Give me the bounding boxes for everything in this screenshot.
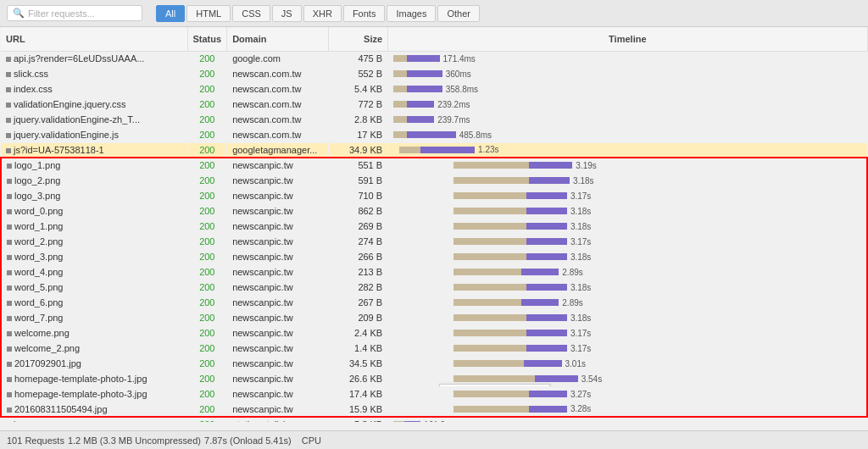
table-row[interactable]: slick.css200newscan.com.tw552 B360ms (1, 66, 867, 81)
status-cell: 200 (187, 112, 227, 127)
wait-bar (453, 299, 521, 306)
url-cell: word_6.png (1, 295, 187, 310)
url-cell: word_3.png (1, 249, 187, 264)
timeline-cell: 358.8ms (388, 81, 867, 97)
url-column-header: URL (1, 27, 187, 51)
table-row[interactable]: js200static.getclicky.com5.8 KB161.2ms (1, 417, 867, 422)
search-placeholder: Filter requests... (28, 8, 95, 19)
tab-xhr[interactable]: XHR (303, 5, 342, 22)
table-row[interactable]: word_1.png200newscanpic.tw269 B3.18s (1, 219, 867, 234)
url-cell: jquery.validationEngine-zh_T... (1, 112, 187, 127)
table-row[interactable]: jquery.validationEngine.js200newscan.com… (1, 127, 867, 142)
size-cell: 274 B (329, 234, 388, 249)
table-row[interactable]: js?id=UA-57538118-1200googletagmanager..… (1, 142, 867, 158)
load-time: 7.87s (Onload 5.41s) (204, 435, 292, 446)
domain-cell: newscanpic.tw (227, 203, 329, 219)
table-row[interactable]: homepage-template-photo-3.jpg200newscanp… (1, 386, 867, 402)
domain-cell: newscanpic.tw (227, 158, 329, 173)
table-row[interactable]: welcome.png200newscanpic.tw2.4 KB3.17s (1, 325, 867, 341)
timeline-cell: 360ms (388, 66, 867, 81)
url-cell: js (1, 417, 187, 422)
table-row[interactable]: word_2.png200newscanpic.tw274 B3.17s (1, 234, 867, 249)
wait-bar (453, 360, 524, 367)
receive-bar (420, 147, 475, 153)
size-cell: 269 B (329, 219, 388, 234)
time-label: 3.01s (565, 359, 586, 369)
receive-bar (526, 253, 567, 260)
table-row[interactable]: validationEngine.jquery.css200newscan.co… (1, 97, 867, 112)
timeline-cell: 171.4ms (388, 51, 867, 66)
table-row[interactable]: jquery.validationEngine-zh_T...200newsca… (1, 112, 867, 127)
tab-css[interactable]: CSS (232, 5, 270, 22)
receive-bar (404, 421, 420, 422)
tab-all[interactable]: All (156, 5, 185, 22)
tab-js[interactable]: JS (272, 5, 302, 22)
table-row[interactable]: word_7.png200newscanpic.tw209 B3.18s (1, 310, 867, 325)
table-row[interactable]: word_6.png200newscanpic.tw267 B2.89s (1, 295, 867, 310)
size-cell: 2.4 KB (329, 325, 388, 341)
table-row[interactable]: word_0.png200newscanpic.tw862 B3.18s (1, 203, 867, 219)
url-cell: homepage-template-photo-1.jpg (1, 371, 187, 386)
wait-bar (453, 345, 526, 352)
wait-bar (453, 284, 526, 291)
size-cell: 5.8 KB (329, 417, 388, 422)
url-cell: homepage-template-photo-3.jpg (1, 386, 187, 402)
filter-tabs: AllHTMLCSSJSXHRFontsImagesOther (156, 5, 480, 22)
wait-bar (453, 192, 526, 199)
tab-html[interactable]: HTML (186, 5, 231, 22)
time-label: 3.17s (570, 344, 591, 353)
receive-bar (526, 238, 567, 245)
wait-bar (393, 101, 407, 108)
status-cell: 200 (187, 127, 227, 142)
domain-cell: newscan.com.tw (227, 81, 329, 97)
time-label: 3.18s (570, 283, 591, 292)
table-row[interactable]: word_3.png200newscanpic.tw266 B3.18s (1, 249, 867, 264)
status-cell: 200 (187, 51, 227, 66)
url-cell: logo_3.png (1, 188, 187, 203)
tab-fonts[interactable]: Fonts (343, 5, 386, 22)
domain-cell: static.getclicky.com (227, 417, 329, 422)
domain-cell: newscanpic.tw (227, 386, 329, 402)
size-cell: 282 B (329, 280, 388, 295)
table-row[interactable]: api.js?render=6LeUDssUAAA...200google.co… (1, 51, 867, 66)
time-label: 360ms (446, 69, 471, 79)
size-cell: 1.4 KB (329, 341, 388, 356)
table-row[interactable]: welcome_2.png200newscanpic.tw1.4 KB3.17s (1, 341, 867, 356)
request-count: 101 Requests (7, 435, 64, 446)
status-column-header: Status (187, 27, 227, 51)
transfer-size: 1.2 MB (3.3 MB Uncompressed) (68, 435, 201, 446)
wait-bar (453, 177, 530, 184)
time-label: 3.27s (570, 390, 591, 399)
wait-bar (393, 70, 407, 77)
size-cell: 34.5 KB (329, 356, 388, 371)
table-row[interactable]: homepage-template-photo-1.jpg200newscanp… (1, 371, 867, 386)
table-row[interactable]: logo_2.png200newscanpic.tw591 B3.18s (1, 173, 867, 188)
size-cell: 591 B (329, 173, 388, 188)
tab-images[interactable]: Images (387, 5, 436, 22)
table-row[interactable]: logo_3.png200newscanpic.tw710 B3.17s (1, 188, 867, 203)
domain-cell: newscanpic.tw (227, 173, 329, 188)
url-cell: word_5.png (1, 280, 187, 295)
size-cell: 5.4 KB (329, 81, 388, 97)
table-row[interactable]: word_5.png200newscanpic.tw282 B3.18s (1, 280, 867, 295)
table-row[interactable]: logo_1.png200newscanpic.tw551 B3.19s (1, 158, 867, 173)
timeline-cell: 485.8ms (388, 127, 867, 142)
table-row[interactable]: word_4.png200newscanpic.tw213 B2.89s (1, 264, 867, 280)
status-cell: 200 (187, 142, 227, 158)
table-row[interactable]: index.css200newscan.com.tw5.4 KB358.8ms (1, 81, 867, 97)
tab-other[interactable]: Other (437, 5, 480, 22)
timeline-cell: 3.17s (388, 188, 867, 203)
domain-cell: newscanpic.tw (227, 295, 329, 310)
table-row[interactable]: 20160831150549​4.jpg200newscanpic.tw15.9… (1, 402, 867, 417)
time-label: 239.7ms (437, 115, 470, 125)
wait-bar (453, 314, 526, 321)
time-label: 3.18s (570, 222, 591, 231)
requests-table-wrapper[interactable]: URL Status Domain Size Timeline api.js?r… (0, 27, 868, 422)
table-row[interactable]: 2017092901.jpg200newscanpic.tw34.5 KB3.0… (1, 356, 867, 371)
receive-bar (526, 345, 567, 352)
wait-bar (453, 330, 526, 336)
wait-bar (453, 208, 526, 214)
size-cell: 15.9 KB (329, 402, 388, 417)
search-box[interactable]: 🔍 Filter requests... (7, 5, 142, 21)
receive-bar (407, 131, 456, 138)
